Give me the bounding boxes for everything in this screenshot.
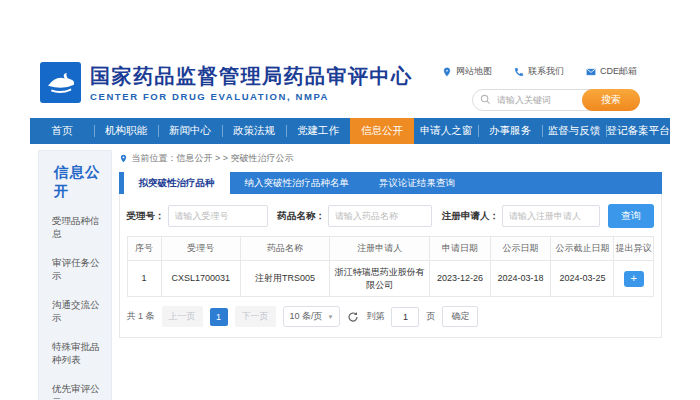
nav-item-policies[interactable]: 政策法规 (222, 118, 286, 144)
applicant-label: 注册申请人： (442, 210, 499, 223)
col-objection: 提出异议 (614, 237, 654, 261)
envelope-icon (586, 67, 596, 77)
acceptance-no-label: 受理号： (127, 210, 165, 223)
query-button[interactable]: 查询 (608, 204, 654, 228)
nav-item-party[interactable]: 党建工作 (286, 118, 350, 144)
location-pin-icon (119, 154, 128, 163)
refresh-icon[interactable] (347, 311, 359, 323)
sidebar-item-special-approval[interactable]: 特殊审批品种列表 (39, 333, 111, 375)
col-index: 序号 (127, 237, 161, 261)
tab-bar: 拟突破性治疗品种 纳入突破性治疗品种名单 异议论证结果查询 (119, 172, 663, 194)
sidebar-item-communication[interactable]: 沟通交流公示 (39, 291, 111, 333)
col-acceptance-no: 受理号 (161, 237, 240, 261)
page-size-select[interactable]: 10 条/页 ▼ (283, 306, 341, 327)
goto-prefix: 到第 (366, 310, 384, 323)
mailbox-link[interactable]: CDE邮箱 (586, 65, 637, 78)
tab-included-list[interactable]: 纳入突破性治疗品种名单 (230, 172, 365, 194)
sitemap-link-label: 网站地图 (456, 65, 492, 78)
sidebar-item-review-tasks[interactable]: 审评任务公示 (39, 249, 111, 291)
site-title: 国家药品监督管理局药品审评中心 (90, 64, 413, 88)
location-pin-icon (442, 67, 452, 77)
content-area: 信息公开 受理品种信息 审评任务公示 沟通交流公示 特殊审批品种列表 优先审评公… (30, 150, 670, 400)
breadcrumb: 当前位置：信息公开 > > 突破性治疗公示 (119, 152, 663, 165)
nav-item-services[interactable]: 办事服务 (478, 118, 542, 144)
tab-content-panel: 受理号： 药品名称： 注册申请人： 查询 (119, 194, 663, 338)
nav-item-home[interactable]: 首页 (30, 118, 94, 144)
page-size-value: 10 条/页 (290, 310, 323, 323)
sidebar-title: 信息公开 (39, 151, 111, 207)
main-nav: 首页 机构职能 新闻中心 政策法规 党建工作 信息公开 申请人之窗 办事服务 监… (30, 118, 670, 144)
header-search: 搜索 (472, 89, 640, 111)
add-objection-button[interactable]: + (624, 271, 644, 287)
chevron-down-icon: ▼ (328, 314, 334, 320)
cell-objection: + (614, 261, 654, 297)
applicant-input[interactable] (502, 205, 600, 227)
cell-index: 1 (127, 261, 161, 297)
main-panel: 当前位置：信息公开 > > 突破性治疗公示 拟突破性治疗品种 纳入突破性治疗品种… (119, 150, 663, 338)
table-header-row: 序号 受理号 药品名称 注册申请人 申请日期 公示日期 公示截止日期 提出异议 (127, 237, 654, 261)
drug-name-input[interactable] (328, 205, 432, 227)
swan-logo-icon (46, 71, 76, 95)
goto-page-input[interactable] (391, 307, 419, 327)
nav-item-registration-platform[interactable]: 登记备案平台 (606, 118, 670, 144)
tab-objection-results[interactable]: 异议论证结果查询 (364, 172, 470, 194)
tab-proposed-breakthrough[interactable]: 拟突破性治疗品种 (124, 172, 230, 194)
mailbox-link-label: CDE邮箱 (600, 65, 637, 78)
cell-publish-date: 2024-03-18 (490, 261, 551, 297)
cell-applicant: 浙江特瑞思药业股份有限公司 (330, 261, 430, 297)
page-canvas: 国家药品监督管理局药品审评中心 CENTER FOR DRUG EVALUATI… (0, 0, 700, 400)
col-publish-end-date: 公示截止日期 (551, 237, 614, 261)
nav-item-functions[interactable]: 机构职能 (94, 118, 158, 144)
goto-confirm-button[interactable]: 确定 (442, 306, 478, 327)
next-page-button[interactable]: 下一页 (235, 306, 276, 327)
nav-item-news[interactable]: 新闻中心 (158, 118, 222, 144)
filter-bar: 受理号： 药品名称： 注册申请人： 查询 (127, 204, 655, 228)
search-button[interactable]: 搜索 (582, 89, 640, 111)
drug-name-label: 药品名称： (278, 210, 326, 223)
contact-link[interactable]: 联系我们 (514, 65, 564, 78)
table-row: 1 CXSL1700031 注射用TRS005 浙江特瑞思药业股份有限公司 20… (127, 261, 654, 297)
cell-publish-end-date: 2024-03-25 (551, 261, 614, 297)
col-publish-date: 公示日期 (490, 237, 551, 261)
site-container: 国家药品监督管理局药品审评中心 CENTER FOR DRUG EVALUATI… (30, 55, 670, 400)
current-page[interactable]: 1 (210, 308, 228, 326)
total-count: 共 1 条 (127, 310, 155, 323)
acceptance-no-input[interactable] (168, 205, 268, 227)
sidebar-item-priority-review[interactable]: 优先审评公示 (39, 375, 111, 400)
results-table: 序号 受理号 药品名称 注册申请人 申请日期 公示日期 公示截止日期 提出异议 (127, 236, 655, 297)
nav-item-info-disclosure[interactable]: 信息公开 (350, 118, 414, 144)
search-icon (480, 94, 491, 105)
sidebar-item-accepted-varieties[interactable]: 受理品种信息 (39, 207, 111, 249)
pagination: 共 1 条 上一页 1 下一页 10 条/页 ▼ 到第 页 确定 (127, 306, 655, 327)
col-applicant: 注册申请人 (330, 237, 430, 261)
cde-logo (40, 62, 81, 103)
nav-item-supervision[interactable]: 监督与反馈 (542, 118, 606, 144)
breadcrumb-text: 当前位置：信息公开 > > 突破性治疗公示 (132, 152, 294, 165)
sitemap-link[interactable]: 网站地图 (442, 65, 492, 78)
cell-acceptance-no: CXSL1700031 (161, 261, 240, 297)
col-drug-name: 药品名称 (240, 237, 330, 261)
site-subtitle: CENTER FOR DRUG EVALUATION, NMPA (90, 91, 413, 102)
nav-item-applicant-window[interactable]: 申请人之窗 (414, 118, 478, 144)
col-apply-date: 申请日期 (430, 237, 491, 261)
sidebar: 信息公开 受理品种信息 审评任务公示 沟通交流公示 特殊审批品种列表 优先审评公… (38, 150, 112, 400)
phone-icon (514, 67, 524, 77)
prev-page-button[interactable]: 上一页 (162, 306, 203, 327)
cell-apply-date: 2023-12-26 (430, 261, 491, 297)
site-header: 国家药品监督管理局药品审评中心 CENTER FOR DRUG EVALUATI… (30, 55, 670, 118)
goto-suffix: 页 (426, 310, 435, 323)
cell-drug-name: 注射用TRS005 (240, 261, 330, 297)
site-title-group: 国家药品监督管理局药品审评中心 CENTER FOR DRUG EVALUATI… (90, 64, 413, 102)
quick-links: 网站地图 联系我们 CDE邮箱 (442, 65, 637, 78)
contact-link-label: 联系我们 (528, 65, 564, 78)
